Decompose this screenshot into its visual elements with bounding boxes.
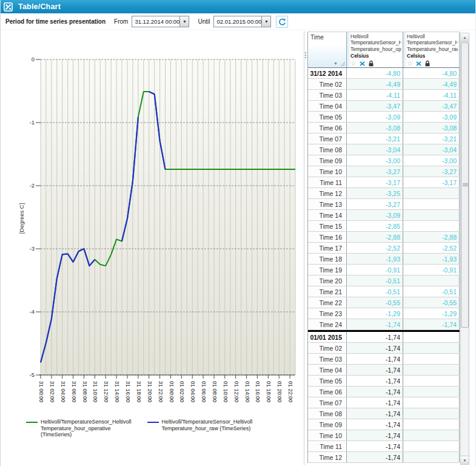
svg-text:01 14:00: 01 14:00 [244,381,250,402]
table-row[interactable]: Time 18-1,93-1,93 [308,254,460,265]
table-row[interactable]: Time 08-3,04-3,04 [308,144,460,155]
table-row[interactable]: Time 02-4,49-4,49 [308,79,460,90]
series-name-line: Heltivoll [407,33,458,39]
table-row[interactable]: Time 07-1,74 [308,397,460,408]
lock-icon[interactable] [424,60,431,67]
svg-text:31 06:00: 31 06:00 [71,381,77,402]
scrollbar-thumb[interactable] [461,42,469,328]
cell-value: -3,27 [347,166,403,177]
row-time-label: Time 13 [308,199,347,209]
row-time-label: Time 11 [308,177,347,187]
row-time-label: Time 08 [308,408,347,419]
cell-value: -3,17 [347,177,403,187]
row-time-label: Time 12 [308,188,347,198]
cell-value: -2,52 [403,243,460,253]
cell-value [403,408,460,419]
row-time-label: Time 20 [308,275,347,286]
table-row[interactable]: Time 03-1,74 [308,354,460,365]
table-row[interactable]: Time 04-1,74 [308,365,460,376]
cell-value: -4,80 [403,68,460,78]
column-header-time[interactable]: Time ▼ [308,32,347,67]
row-time-label: Time 18 [308,254,347,264]
table-row[interactable]: Time 06-3,08-3,08 [308,123,460,133]
column-header-raw[interactable]: Heltivoll TemperatureSensor_Helt Tempera… [403,32,460,67]
unit-label: Celsius [350,53,401,59]
scaling-icon[interactable] [359,61,366,67]
scaling-icon[interactable] [415,61,422,67]
table-row[interactable]: Time 09-3,00-3,00 [308,155,460,166]
series-name-line: TemperatureSensor_Helt [407,39,458,46]
table-row[interactable]: Time 22-0,55-0,55 [308,297,460,308]
table-row[interactable]: Time 19-0,91-0,91 [308,265,460,275]
table-row[interactable]: Time 23-1,29-1,29 [308,308,460,319]
table-row[interactable]: Time 06-1,74 [308,387,460,397]
table-row[interactable]: Time 24-1,74-1,74 [308,319,460,330]
cell-value: -4,49 [347,79,403,89]
svg-text:31 10:00: 31 10:00 [92,381,98,402]
table-row[interactable]: Time 07-3,21-3,21 [308,133,460,144]
cell-value [403,343,460,353]
table-row[interactable]: Time 10-3,27-3,27 [308,166,460,177]
from-label: From [114,18,128,25]
table-row[interactable]: Time 13-3,27 [308,199,460,210]
refresh-button[interactable] [276,16,288,28]
table-row[interactable]: Time 12-1,74 [308,452,460,463]
table-row[interactable]: 31/12 2014-4,80-4,80 [308,68,460,79]
table-row[interactable]: Time 11-1,74 [308,441,460,452]
table-row[interactable]: Time 11-3,17-3,17 [308,177,460,188]
table-row[interactable]: Time 10-1,74 [308,430,460,441]
until-date-combobox[interactable]: 02.01.2015 00:00 ▼ [213,16,271,27]
table-row[interactable]: Time 21-0,51-0,51 [308,286,460,297]
column-resize-grip-icon[interactable] [340,61,345,66]
svg-text:-5: -5 [30,371,35,378]
from-combo-dropdown-icon[interactable]: ▼ [179,16,189,27]
table-row[interactable]: Time 14-3,09 [308,210,460,221]
scroll-down-icon[interactable]: ▼ [461,456,469,464]
series-name-line: Temperature_hour_raw [407,46,458,52]
until-combo-dropdown-icon[interactable]: ▼ [261,16,270,27]
table-row[interactable]: Time 15-2,85 [308,221,460,232]
filter-dropdown-icon[interactable]: ▼ [334,61,338,66]
splitter-grip-icon[interactable] [305,51,307,59]
svg-text:31 04:00: 31 04:00 [60,381,66,402]
cell-value: -1,74 [347,430,403,441]
from-date-combobox[interactable]: 31.12.2014 00:00 ▼ [132,16,189,27]
svg-text:31 14:00: 31 14:00 [114,381,120,402]
cell-value: -3,27 [403,166,460,177]
row-time-label: Time 22 [308,297,347,308]
cell-value: -1,74 [403,319,460,329]
table-row[interactable]: Time 12-3,25 [308,188,460,199]
row-time-label: Time 09 [308,419,347,430]
cell-value: -1,74 [347,343,403,353]
table-row[interactable]: 01/01 2015-1,74 [308,330,460,343]
favorite-star-icon[interactable]: ☆ [407,60,413,67]
lock-icon[interactable] [368,60,374,67]
table-row[interactable]: Time 16-2,88-2,88 [308,232,460,243]
svg-text:01 06:00: 01 06:00 [201,381,207,402]
table-row[interactable]: Time 09-1,74 [308,419,460,430]
row-time-label: Time 04 [308,365,347,375]
series-name-line: Heltivoll [350,33,401,39]
table-scrollbar[interactable]: ▲ ▼ [460,33,469,465]
cell-value: -1,74 [347,365,403,375]
legend-label: Heltivoll/TemperatureSensor_HeltivollTem… [162,419,253,431]
cell-value: -3,25 [347,188,403,198]
table-row[interactable]: Time 08-1,74 [308,408,460,419]
cell-value [403,397,460,408]
panel-splitter[interactable] [304,32,307,465]
table-row[interactable]: Time 17-2,52-2,52 [308,243,460,254]
favorite-star-icon[interactable]: ☆ [350,60,357,67]
table-row[interactable]: Time 05-1,74 [308,376,460,387]
table-row[interactable]: Time 20-0,51 [308,275,460,286]
table-row[interactable]: Time 02-1,74 [308,343,460,354]
column-header-operative[interactable]: Heltivoll TemperatureSensor_Helt Tempera… [347,32,403,67]
time-column-label: Time [308,32,346,41]
until-date-value[interactable]: 02.01.2015 00:00 [214,16,261,27]
table-row[interactable]: Time 05-3,09-3,09 [308,112,460,123]
table-row[interactable]: Time 04-3,47-3,47 [308,101,460,112]
row-time-label: Time 23 [308,308,347,319]
from-date-value[interactable]: 31.12.2014 00:00 [132,16,179,27]
cell-value [403,441,460,451]
table-row[interactable]: Time 03-4,11-4,11 [308,90,460,101]
scroll-up-icon[interactable]: ▲ [461,33,469,42]
